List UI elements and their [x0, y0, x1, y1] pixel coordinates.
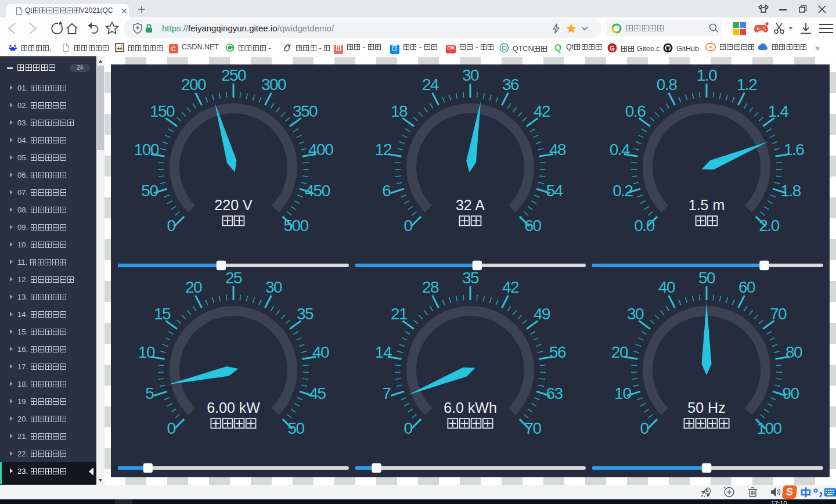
svg-text:0.4: 0.4: [610, 141, 630, 159]
svg-text:G: G: [610, 45, 615, 52]
svg-text:0: 0: [403, 419, 412, 437]
svg-text:24: 24: [422, 75, 439, 93]
svg-text:220 V: 220 V: [214, 197, 253, 213]
svg-text:63: 63: [546, 384, 563, 402]
svg-text:12: 12: [375, 141, 392, 159]
svg-text:100: 100: [756, 419, 781, 437]
svg-text:70: 70: [524, 419, 541, 437]
svg-text:1.0: 1.0: [697, 66, 717, 84]
svg-text:300: 300: [261, 75, 286, 93]
svg-text:1.2: 1.2: [737, 75, 757, 93]
svg-text:6: 6: [382, 182, 391, 200]
svg-text:0.6: 0.6: [625, 102, 646, 120]
svg-text:18: 18: [391, 102, 408, 120]
svg-text:0.0: 0.0: [634, 217, 654, 235]
svg-text:60: 60: [524, 217, 541, 235]
svg-text:7: 7: [382, 384, 391, 402]
svg-text:0.8: 0.8: [657, 75, 677, 93]
svg-text:15: 15: [154, 305, 171, 323]
svg-text:50 Hz: 50 Hz: [687, 399, 725, 416]
svg-text:60: 60: [738, 278, 755, 296]
svg-text:6.0 kWh: 6.0 kWh: [444, 399, 497, 416]
svg-text:450: 450: [305, 182, 330, 200]
svg-text:0: 0: [640, 419, 648, 437]
svg-text:500: 500: [283, 217, 308, 235]
svg-text:30: 30: [265, 278, 282, 296]
svg-text:350: 350: [293, 102, 318, 120]
svg-text:10: 10: [614, 384, 631, 402]
svg-text:35: 35: [462, 269, 479, 287]
svg-text:90: 90: [783, 384, 799, 402]
svg-text:0: 0: [167, 419, 175, 437]
svg-text:1.5 m: 1.5 m: [689, 197, 725, 213]
svg-text:200: 200: [181, 75, 206, 93]
svg-text:42: 42: [502, 278, 519, 296]
svg-text:0: 0: [403, 217, 412, 235]
svg-text:250: 250: [221, 66, 246, 84]
svg-text:400: 400: [308, 141, 333, 159]
svg-text:42: 42: [534, 102, 550, 120]
svg-text:54: 54: [546, 182, 563, 200]
svg-text:70: 70: [770, 305, 787, 323]
svg-text:50: 50: [698, 269, 715, 287]
svg-text:20: 20: [611, 343, 628, 361]
svg-text:30: 30: [627, 305, 644, 323]
svg-text:20: 20: [185, 278, 202, 296]
svg-text:1.4: 1.4: [768, 102, 788, 120]
svg-text:21: 21: [391, 305, 408, 323]
svg-text:2.0: 2.0: [759, 217, 779, 235]
svg-text:49: 49: [534, 305, 550, 323]
svg-text:45: 45: [309, 384, 326, 402]
svg-text:80: 80: [785, 343, 802, 361]
svg-text:50: 50: [287, 419, 304, 437]
svg-text:14: 14: [375, 343, 392, 361]
svg-text:40: 40: [312, 343, 329, 361]
svg-text:0.2: 0.2: [612, 182, 633, 200]
svg-text:5: 5: [145, 384, 154, 402]
svg-text:10: 10: [138, 343, 155, 361]
svg-text:150: 150: [150, 102, 175, 120]
svg-text:100: 100: [134, 141, 159, 159]
svg-text:48: 48: [549, 141, 566, 159]
svg-text:35: 35: [297, 305, 314, 323]
svg-text:6.00 kW: 6.00 kW: [207, 399, 260, 416]
svg-text:30: 30: [462, 66, 479, 84]
svg-text:40: 40: [658, 278, 675, 296]
svg-text:28: 28: [422, 278, 439, 296]
svg-text:36: 36: [502, 75, 519, 93]
svg-text:1.8: 1.8: [780, 182, 801, 200]
svg-text:0: 0: [167, 217, 175, 235]
svg-text:1.6: 1.6: [784, 141, 804, 159]
svg-text:56: 56: [549, 343, 566, 361]
svg-text:32 A: 32 A: [456, 197, 485, 213]
svg-text:50: 50: [141, 182, 158, 200]
svg-text:25: 25: [225, 269, 242, 287]
